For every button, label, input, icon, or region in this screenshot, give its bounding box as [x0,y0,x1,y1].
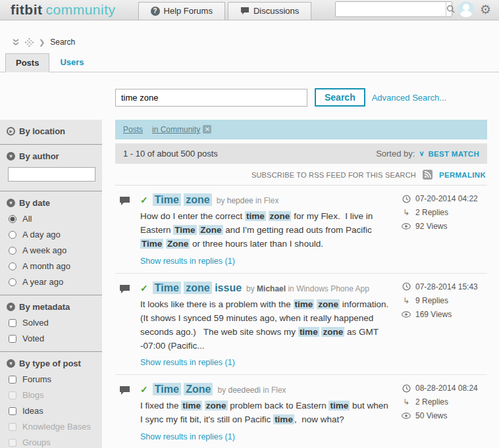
checkbox-voted[interactable] [9,335,16,343]
chip-scope-link[interactable]: in Community [152,125,200,134]
highlighted-term: time [181,401,202,411]
user-avatar[interactable] [458,1,474,17]
tab-users[interactable]: Users [49,53,94,72]
date-option-day[interactable]: A day ago [7,230,95,239]
navigator-icon[interactable] [25,38,34,47]
views-count: 50 Views [415,411,447,420]
highlighted-term: zone [317,299,340,309]
nav-discussions-label: Discussions [253,6,299,16]
result-title[interactable]: Time zone issue [153,282,242,294]
rss-icon[interactable] [423,170,433,180]
tab-posts[interactable]: Posts [5,53,49,72]
rss-row: SUBSCRIBE TO RSS FEED FOR THIS SEARCH PE… [115,164,487,186]
text-segment: It looks like there is a problem with th… [140,299,294,309]
author-link[interactable]: hepdee [227,196,253,205]
clock-icon [402,282,411,291]
option-label: A day ago [22,230,61,239]
result-byline: by Michael in Windows Phone App [246,284,369,293]
highlighted-term: Time [153,193,181,206]
highlighted-term: Zone [166,239,190,249]
show-replies-link[interactable]: Show results in replies (1) [140,358,235,367]
type-option-forums[interactable]: Forums [7,374,95,384]
author-link[interactable]: deedeedi [228,386,260,395]
chevron-down-icon: ▾ [7,199,15,207]
result-byline: by deedeedi in Flex [217,386,286,395]
date-option-all[interactable]: All [7,214,95,224]
speech-bubble-icon [240,7,250,15]
board-name[interactable]: Flex [264,196,279,205]
remove-filter-icon[interactable]: ✕ [203,125,211,134]
type-option-ideas[interactable]: Ideas [7,406,95,416]
section-title: By author [19,151,59,161]
section-by-date-header[interactable]: ▾ By date [7,198,95,208]
advanced-search-link[interactable]: Advanced Search... [372,93,446,103]
sort-value[interactable]: BEST MATCH [428,150,479,158]
board-name[interactable]: Windows Phone App [296,284,369,293]
replies-arrow-icon: ↳ [402,296,411,305]
highlighted-term: zone [269,211,292,221]
content: ▸ By location ▾ By author ▾ By date All … [0,120,499,448]
results-toolbar: 1 - 10 of about 500 posts Sorted by: ∨ B… [115,143,487,164]
section-by-metadata-header[interactable]: ▾ By metadata [7,302,95,312]
date-option-week[interactable]: A week ago [7,245,95,255]
date-option-year[interactable]: A year ago [7,277,95,287]
gear-icon[interactable]: ⚙ [480,3,491,16]
option-label: Blogs [22,390,44,400]
author-link[interactable]: Michael [257,284,286,293]
result-title[interactable]: Time Zone [153,384,213,395]
option-label: Solved [22,318,49,328]
highlighted-term: Time [153,383,181,395]
metadata-option-solved[interactable]: Solved [7,318,95,328]
fitbit-community-logo[interactable]: fitbit community [11,2,116,18]
collapse-icon[interactable] [12,39,20,46]
board-name[interactable]: Flex [271,386,286,395]
text-segment: , now what? [294,414,344,424]
search-button[interactable]: Search [315,88,365,107]
radio-week[interactable] [9,247,16,255]
solved-check-icon: ✓ [140,195,148,205]
rss-subscribe-link[interactable]: SUBSCRIBE TO RSS FEED FOR THIS SEARCH [251,171,416,179]
radio-month[interactable] [9,262,16,270]
section-by-type-header[interactable]: ▾ By type of post [7,359,95,368]
section-by-author-header[interactable]: ▾ By author [7,151,95,161]
checkbox-groups [9,439,16,447]
author-filter-input[interactable] [8,167,95,182]
result-title[interactable]: Time zone [153,194,212,206]
show-replies-link[interactable]: Show results in replies (1) [140,432,235,441]
checkbox-ideas[interactable] [9,407,16,415]
breadcrumb-search[interactable]: Search [50,37,75,47]
radio-day[interactable] [9,231,16,239]
permalink-link[interactable]: PERMALINK [439,171,486,179]
nav-discussions[interactable]: Discussions [228,2,311,20]
date-option-month[interactable]: A month ago [7,261,95,271]
checkbox-forums[interactable] [9,376,16,384]
filter-chipbar: Posts in Community✕ [115,120,487,139]
section-title: By metadata [19,302,70,312]
metadata-option-voted[interactable]: Voted [7,334,95,343]
type-option-knowledge-bases: Knowledge Bases [7,422,95,432]
section-title: By type of post [19,359,81,368]
breadcrumb-separator: ❯ [39,38,45,47]
text-segment: I fixed the [140,401,181,411]
search-input[interactable] [115,89,307,107]
search-result-tabs: Posts Users [0,53,499,72]
checkbox-solved[interactable] [9,319,16,327]
nav-help-forums-label: Help Forums [164,6,213,16]
chip-posts-link[interactable]: Posts [123,125,143,134]
app-header: fitbit community ? Help Forums Discussio… [0,0,499,20]
logo-community: community [45,2,115,18]
radio-year[interactable] [9,278,16,286]
result-item: ✓Time zoneby hepdee in FlexHow do I ente… [115,186,487,274]
result-snippet: How do I enter the correct time zone for… [140,210,392,251]
option-label: Voted [22,334,44,343]
post-date: 07-28-2014 15:43 [415,282,478,291]
radio-all[interactable] [9,215,16,223]
section-by-location-header[interactable]: ▸ By location [7,126,95,136]
text-segment: How do I enter the correct [140,211,245,221]
nav-help-forums[interactable]: ? Help Forums [138,2,225,20]
checkbox-knowledge-bases [9,423,16,431]
header-search-input[interactable] [336,3,446,16]
search-icon[interactable] [446,2,456,16]
show-replies-link[interactable]: Show results in replies (1) [140,257,235,266]
result-snippet: It looks like there is a problem with th… [140,298,392,353]
